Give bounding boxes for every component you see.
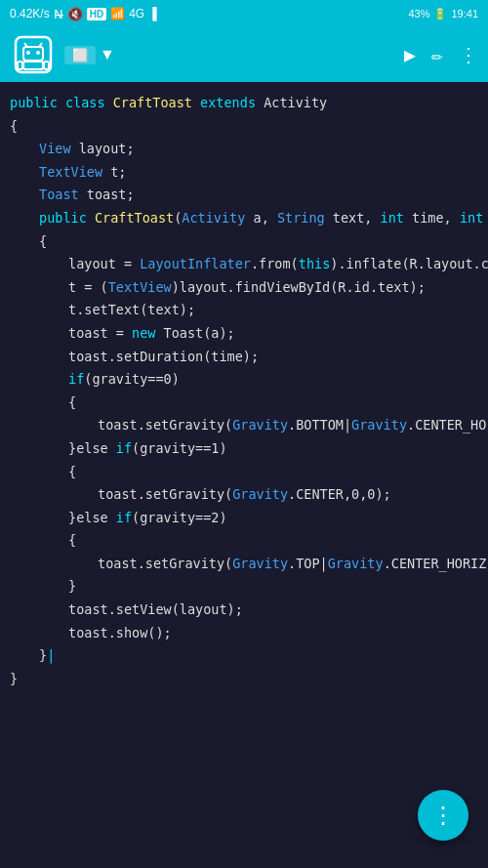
token: if	[116, 440, 132, 456]
code-line-content: if(gravity==0)	[0, 369, 180, 391]
token: {	[10, 118, 18, 134]
token: |	[47, 647, 55, 663]
token: ).inflate(R.layout.c...	[330, 256, 488, 271]
token: .CENTER_HORIZ...	[384, 556, 488, 571]
token: t.setText(text);	[68, 302, 195, 317]
code-line: View layout;	[0, 138, 488, 161]
token: (gravity==2)	[132, 510, 227, 525]
code-line: {	[0, 461, 488, 484]
token	[58, 95, 65, 110]
code-line-content: {	[0, 462, 76, 483]
code-editor[interactable]: public class CraftToast extends Activity…	[0, 82, 488, 868]
token: (gravity==0)	[84, 371, 180, 387]
code-line: toast.setView(layout);	[0, 599, 488, 622]
token: )layout.findViewById(R.id.text);	[172, 279, 426, 295]
toolbar-title-area: ⬜ ▼	[64, 46, 396, 64]
code-line-content: {	[0, 231, 47, 253]
code-line: }|	[0, 644, 488, 668]
code-line: {	[0, 230, 488, 254]
code-line: layout = LayoutInflater.from(this).infla…	[0, 253, 488, 276]
token: Activity	[256, 95, 327, 110]
token: (gravity==1)	[132, 440, 227, 456]
code-line-content: toast.setGravity(Gravity.TOP|Gravity.CEN…	[0, 554, 488, 575]
token: Gravity	[232, 417, 288, 433]
token: toast;	[79, 186, 135, 202]
token: {	[39, 233, 47, 249]
svg-rect-6	[23, 62, 43, 69]
wifi-icon: 📶	[110, 7, 125, 21]
code-line-content: public CraftToast(Activity a, String tex…	[0, 208, 488, 229]
token: extends	[200, 95, 256, 110]
code-line-content: toast.setView(layout);	[0, 599, 243, 621]
token: toast.setDuration(time);	[68, 349, 259, 364]
token: {	[68, 464, 76, 479]
svg-point-3	[36, 51, 40, 55]
code-line: public CraftToast(Activity a, String tex…	[0, 207, 488, 230]
code-line: }	[0, 575, 488, 599]
token: class	[65, 95, 105, 110]
token: .from(	[251, 256, 299, 271]
code-line: public class CraftToast extends Activity	[0, 92, 488, 115]
token: .CENTER,0,0);	[288, 486, 391, 502]
code-line-content: }	[0, 669, 18, 690]
token: TextView	[108, 279, 172, 295]
token: toast.setGravity(	[98, 486, 232, 502]
code-line-content: layout = LayoutInflater.from(this).infla…	[0, 254, 488, 275]
token: =	[108, 325, 132, 341]
svg-rect-0	[16, 37, 51, 72]
status-bar: 0.42K/s N̶ 🔇 HD 📶 4G ▐ 43% 🔋 19:41	[0, 0, 488, 27]
token: layout	[68, 256, 116, 271]
token: if	[116, 510, 132, 525]
hd-badge: HD	[87, 8, 106, 21]
token: toast	[68, 325, 108, 341]
token: {	[68, 394, 76, 410]
token: if	[68, 371, 84, 387]
code-line-content: {	[0, 116, 18, 138]
token: this	[299, 256, 331, 271]
edit-button[interactable]: ✏	[431, 43, 443, 66]
code-line: }else if(gravity==1)	[0, 437, 488, 461]
token: {	[68, 532, 76, 548]
token: toast.setGravity(	[98, 556, 232, 571]
battery-icon: 🔋	[433, 8, 447, 21]
svg-point-2	[26, 51, 30, 55]
code-line: toast.show();	[0, 622, 488, 645]
token: View	[39, 141, 71, 156]
token: text,	[325, 210, 381, 226]
code-line: if(gravity==0)	[0, 368, 488, 392]
token: .BOTTOM|	[288, 417, 351, 433]
code-line-content: Toast toast;	[0, 185, 135, 206]
app-logo	[10, 31, 57, 78]
code-line-content: }else if(gravity==2)	[0, 508, 227, 529]
token: }	[10, 671, 18, 686]
token: toast.setGravity(	[98, 417, 232, 433]
dropdown-icon[interactable]: ▼	[100, 46, 115, 63]
token: }else	[68, 440, 116, 456]
token: a,	[245, 210, 277, 226]
token: CraftToast	[105, 95, 201, 110]
play-button[interactable]: ▶	[404, 43, 416, 66]
code-line-content: toast.setDuration(time);	[0, 347, 259, 368]
token: String	[277, 210, 325, 226]
code-line: }else if(gravity==2)	[0, 507, 488, 530]
code-line: TextView t;	[0, 161, 488, 185]
code-line: toast.setDuration(time);	[0, 346, 488, 369]
code-line: toast.setGravity(Gravity.CENTER,0,0);	[0, 483, 488, 507]
code-line: {	[0, 392, 488, 415]
code-line-content: TextView t;	[0, 162, 126, 184]
code-line: {	[0, 115, 488, 139]
code-line-content: View layout;	[0, 139, 135, 160]
more-button[interactable]: ⋮	[459, 43, 478, 66]
token: new	[132, 325, 155, 341]
code-line-content: toast.show();	[0, 623, 172, 644]
token: ...	[483, 210, 488, 226]
token: toast.show();	[68, 625, 172, 641]
code-line: toast.setGravity(Gravity.BOTTOM|Gravity.…	[0, 414, 488, 437]
token: TextView	[39, 164, 102, 180]
network-speed: 0.42K/s	[10, 7, 50, 21]
token: public	[39, 210, 87, 226]
token: .CENTER_HO...	[407, 417, 488, 433]
fab-button[interactable]: ⋮	[418, 790, 468, 841]
token: toast.setView(layout);	[68, 601, 243, 617]
signal-icon: ▐	[148, 7, 157, 21]
